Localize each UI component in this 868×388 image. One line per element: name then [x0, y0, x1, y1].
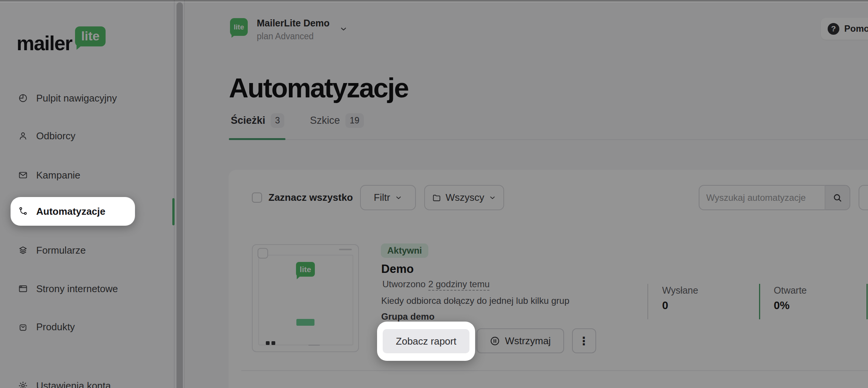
window-top-edge-line — [0, 2, 868, 2]
sidebar-item-label: Automatyzacje — [36, 206, 106, 217]
mailerlite-app: mailer lite Pulpit nawigacyjny Odbiorcy … — [0, 0, 868, 388]
report-button-spotlight: Zobacz raport — [377, 322, 475, 361]
view-report-button[interactable]: Zobacz raport — [383, 329, 469, 353]
automation-branch-icon — [18, 206, 28, 216]
sidebar-item-automations[interactable]: Automatyzacje — [11, 197, 135, 226]
